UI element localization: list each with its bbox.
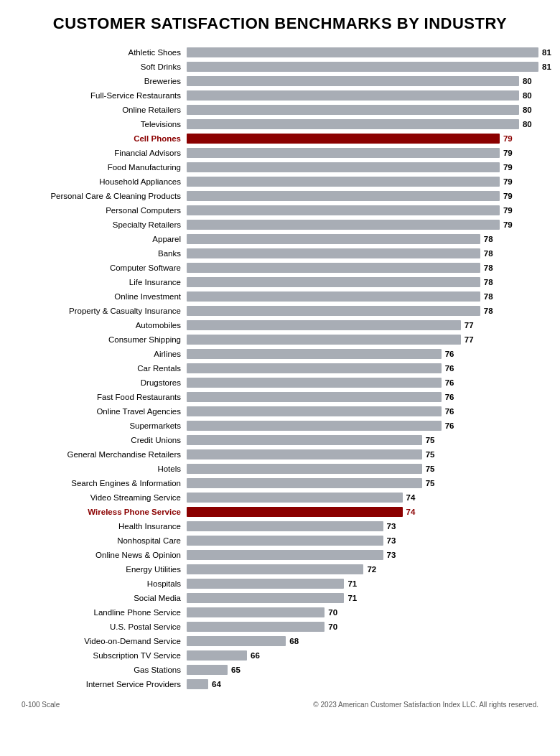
bar-area: 78 xyxy=(187,277,538,287)
industry-label: Cell Phones xyxy=(22,134,187,143)
industry-label: Search Engines & Information xyxy=(22,479,187,487)
bar xyxy=(187,550,383,560)
industry-label: Subscription TV Service xyxy=(22,651,187,660)
industry-label: Online Retailers xyxy=(22,106,187,114)
bar-area: 79 xyxy=(187,134,538,144)
industry-label: U.S. Postal Service xyxy=(22,622,187,631)
bar-area: 79 xyxy=(187,191,538,201)
bar xyxy=(187,392,442,402)
bar-area: 79 xyxy=(187,148,538,158)
industry-label: Athletic Shoes xyxy=(22,48,187,57)
bar xyxy=(187,162,500,172)
bar-area: 64 xyxy=(187,679,538,689)
bar xyxy=(187,148,500,158)
industry-label: Landline Phone Service xyxy=(22,608,187,617)
bar-value: 65 xyxy=(231,666,246,674)
table-row: Drugstores76 xyxy=(22,376,538,389)
bar-area: 76 xyxy=(187,392,538,402)
bar-value: 75 xyxy=(426,436,440,444)
bar-area: 72 xyxy=(187,564,538,574)
bar-area: 74 xyxy=(187,507,538,517)
industry-label: Banks xyxy=(22,249,187,258)
table-row: Car Rentals76 xyxy=(22,362,538,375)
bar xyxy=(187,607,325,617)
table-row: Breweries80 xyxy=(22,75,538,88)
bar-value: 77 xyxy=(465,335,479,344)
table-row: Personal Care & Cleaning Products79 xyxy=(22,190,538,202)
industry-label: Video Streaming Service xyxy=(22,493,187,502)
table-row: Subscription TV Service66 xyxy=(22,649,538,662)
bar-value: 79 xyxy=(503,192,518,200)
table-row: Health Insurance73 xyxy=(22,520,538,533)
bar xyxy=(187,478,422,488)
bar-value: 68 xyxy=(289,637,304,645)
bar-value: 74 xyxy=(406,508,421,516)
table-row: Fast Food Restaurants76 xyxy=(22,391,538,403)
bar-area: 77 xyxy=(187,320,538,330)
table-row: Athletic Shoes81 xyxy=(22,46,538,59)
bar-value: 79 xyxy=(503,206,518,215)
table-row: Landline Phone Service70 xyxy=(22,606,538,619)
bar-value: 80 xyxy=(523,77,537,85)
bar xyxy=(187,363,442,373)
bar xyxy=(187,263,480,273)
bar-value: 78 xyxy=(484,235,498,243)
industry-label: Full-Service Restaurants xyxy=(22,91,187,100)
bar xyxy=(187,650,247,661)
bar-area: 71 xyxy=(187,579,538,589)
bar-value: 76 xyxy=(445,393,459,401)
bar-value: 78 xyxy=(484,263,498,272)
bar-area: 75 xyxy=(187,464,538,474)
table-row: Hospitals71 xyxy=(22,577,538,590)
bar-area: 76 xyxy=(187,421,538,431)
bar xyxy=(187,76,519,86)
bar-value: 75 xyxy=(426,450,440,459)
bar xyxy=(187,421,442,431)
industry-label: Televisions xyxy=(22,120,187,129)
bar-value: 71 xyxy=(347,594,362,602)
bar-value: 80 xyxy=(523,106,537,114)
bar xyxy=(187,320,461,330)
bar xyxy=(187,493,403,503)
bar-value: 73 xyxy=(387,536,401,545)
footer-scale: 0-100 Scale xyxy=(22,701,60,709)
table-row: Gas Stations65 xyxy=(22,663,538,676)
industry-label: Automobiles xyxy=(22,321,187,330)
bar xyxy=(187,521,383,531)
bar-area: 73 xyxy=(187,550,538,560)
table-row: Online Travel Agencies76 xyxy=(22,405,538,418)
bar-value: 80 xyxy=(523,91,537,100)
bar xyxy=(187,536,383,546)
bar-area: 77 xyxy=(187,335,538,345)
table-row: Energy Utilities72 xyxy=(22,563,538,576)
industry-label: Car Rentals xyxy=(22,364,187,373)
bar xyxy=(187,679,208,689)
bar-area: 79 xyxy=(187,162,538,172)
table-row: Automobiles77 xyxy=(22,319,538,332)
table-row: Wireless Phone Service74 xyxy=(22,505,538,518)
bar-area: 70 xyxy=(187,622,538,632)
bar-area: 80 xyxy=(187,119,538,129)
bar-area: 80 xyxy=(187,105,538,115)
bar-area: 76 xyxy=(187,378,538,388)
bar xyxy=(187,205,500,215)
bar xyxy=(187,335,461,345)
industry-label: Specialty Retailers xyxy=(22,220,187,229)
industry-label: Online News & Opinion xyxy=(22,551,187,559)
industry-label: Food Manufacturing xyxy=(22,163,187,172)
table-row: Online Investment78 xyxy=(22,290,538,303)
chart-container: Athletic Shoes81Soft Drinks81Breweries80… xyxy=(22,46,538,691)
industry-label: Wireless Phone Service xyxy=(22,508,187,516)
bar-area: 75 xyxy=(187,449,538,459)
bar-area: 75 xyxy=(187,478,538,488)
bar xyxy=(187,220,500,230)
bar-value: 77 xyxy=(465,321,479,330)
industry-label: Health Insurance xyxy=(22,522,187,531)
bar xyxy=(187,435,422,445)
industry-label: Hospitals xyxy=(22,579,187,588)
table-row: Apparel78 xyxy=(22,233,538,246)
bar xyxy=(187,464,422,474)
industry-label: Gas Stations xyxy=(22,666,187,674)
bar xyxy=(187,119,519,129)
industry-label: Computer Software xyxy=(22,263,187,272)
